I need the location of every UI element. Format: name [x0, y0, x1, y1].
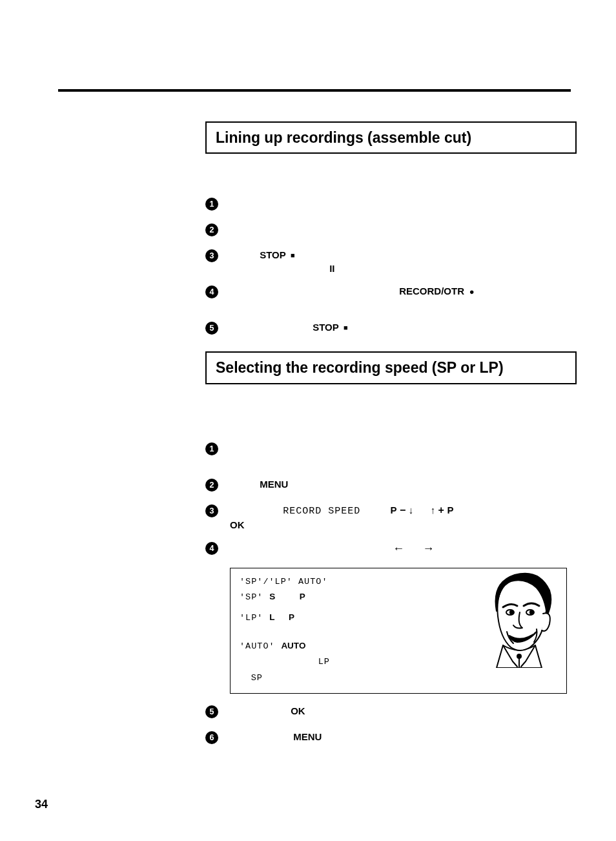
step-number: 2: [205, 223, 218, 236]
svg-point-4: [530, 611, 533, 614]
section-title-recording-speed: Selecting the recording speed (SP or LP): [205, 351, 577, 384]
infobox-p-bold: P: [300, 592, 305, 601]
step-b3: 3 RECORD SPEED P − ↓ ↑ + P OK: [205, 504, 567, 530]
infobox-sp: SP: [251, 673, 263, 683]
stop-icon: ■: [342, 324, 348, 331]
steps-group-a: 1 2 3 STOP ■ II 4: [205, 198, 567, 336]
p-plus-label: P: [447, 504, 453, 515]
infobox-sp-tag: 'SP': [240, 592, 263, 602]
step-number: 3: [205, 504, 218, 517]
stop-icon: ■: [289, 251, 295, 259]
infobox-lp: LP: [318, 657, 330, 667]
step-a4: 4 RECORD/OTR ●: [205, 286, 567, 310]
infobox-auto-bold: AUTO: [277, 641, 305, 650]
section-title-text: Selecting the recording speed (SP or LP): [216, 359, 504, 376]
step-a5: 5 STOP ■: [205, 322, 567, 336]
menu-label: MENU: [293, 731, 322, 742]
infobox-p-bold2: P: [289, 612, 294, 622]
arrow-left-icon: ←: [393, 542, 404, 555]
svg-point-2: [510, 611, 513, 614]
p-minus-label: P: [391, 504, 397, 515]
step-b4: 4 ← →: [205, 542, 567, 556]
step-b2: 2 MENU: [205, 479, 567, 493]
step-number: 1: [205, 198, 218, 211]
top-horizontal-rule: [58, 89, 571, 92]
step-a2: 2: [205, 223, 567, 238]
record-icon: ●: [467, 287, 474, 296]
section-title-text: Lining up recordings (assemble cut): [216, 129, 471, 146]
content-column: Lining up recordings (assemble cut) 1 2 …: [205, 121, 577, 745]
pause-icon: II: [329, 263, 334, 274]
step-b6: 6 MENU: [205, 731, 567, 745]
step-number: 5: [205, 705, 218, 718]
step-a3: 3 STOP ■ II: [205, 249, 567, 274]
arrow-right-icon: →: [423, 542, 435, 555]
infobox-auto-tag: 'AUTO': [240, 641, 275, 651]
step-number: 1: [205, 442, 218, 455]
section-title-assemble-cut: Lining up recordings (assemble cut): [205, 121, 577, 154]
step-number: 6: [205, 731, 218, 744]
step-b5: 5 OK: [205, 705, 567, 720]
step-number: 3: [205, 249, 218, 262]
menu-label: MENU: [260, 479, 288, 490]
step-b1: 1: [205, 442, 567, 467]
arrow-down-icon: ↓: [409, 504, 414, 515]
page: Lining up recordings (assemble cut) 1 2 …: [0, 0, 616, 841]
record-speed-label: RECORD SPEED: [283, 506, 360, 517]
step-number: 2: [205, 479, 218, 492]
infobox-l-bold: L: [265, 612, 274, 622]
stop-label: STOP: [313, 322, 339, 333]
infobox-s-bold: S: [265, 592, 275, 601]
ok-label: OK: [230, 519, 245, 530]
step-a1: 1: [205, 198, 567, 212]
steps-group-b: 1 2 MENU 3 RECORD SPEED P − ↓: [205, 442, 567, 746]
illustration-face: [477, 571, 561, 668]
infobox-lp-tag: 'LP': [240, 613, 263, 623]
page-number: 34: [35, 798, 48, 811]
step-number: 4: [205, 286, 218, 298]
info-box: 'SP'/'LP' AUTO' 'SP' S P 'LP' L P 'AUTO'…: [230, 568, 567, 694]
record-otr-label: RECORD/OTR: [399, 286, 464, 296]
ok-label: OK: [291, 705, 305, 716]
step-number: 5: [205, 322, 218, 335]
step-number: 4: [205, 542, 218, 555]
stop-label: STOP: [260, 249, 286, 260]
infobox-line1: 'SP'/'LP' AUTO': [240, 577, 328, 587]
svg-point-0: [517, 654, 521, 658]
